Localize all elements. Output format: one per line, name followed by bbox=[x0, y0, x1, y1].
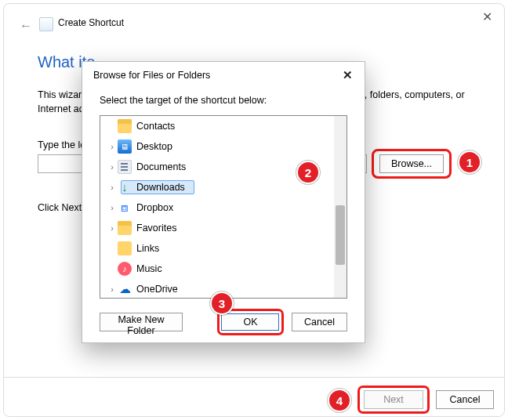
chevron-right-icon[interactable]: › bbox=[107, 203, 118, 212]
annotation-box-next: Next bbox=[357, 386, 430, 414]
window-close-icon[interactable]: ✕ bbox=[477, 6, 497, 27]
documents-icon bbox=[118, 160, 132, 174]
chevron-right-icon[interactable]: › bbox=[107, 142, 118, 151]
chevron-right-icon[interactable]: › bbox=[107, 284, 118, 294]
dialog-cancel-button[interactable]: Cancel bbox=[292, 313, 347, 331]
ok-button[interactable]: OK bbox=[221, 313, 279, 331]
download-icon: ↓ bbox=[118, 179, 132, 194]
tree-item-label: OneDrive bbox=[136, 284, 178, 295]
annotation-badge-2: 2 bbox=[296, 161, 320, 184]
desktop-icon: 🖥 bbox=[118, 139, 132, 154]
tree-item-label: Downloads bbox=[136, 182, 185, 193]
back-icon[interactable]: ← bbox=[17, 17, 34, 34]
location-label: Type the lo bbox=[38, 139, 85, 150]
dropbox-icon: ⧈ bbox=[118, 201, 132, 215]
chevron-right-icon[interactable]: › bbox=[107, 183, 118, 192]
click-next-text: Click Next bbox=[38, 202, 82, 213]
chevron-right-icon[interactable]: › bbox=[107, 162, 118, 172]
tree-item-label: Favorites bbox=[136, 223, 176, 234]
browse-button[interactable]: Browse... bbox=[379, 154, 444, 173]
tree-item-contacts[interactable]: Contacts bbox=[100, 116, 347, 136]
annotation-badge-4: 4 bbox=[328, 389, 351, 412]
folder-icon bbox=[118, 241, 132, 255]
tree-item-links[interactable]: Links bbox=[100, 238, 347, 259]
dialog-instruction: Select the target of the shortcut below: bbox=[100, 95, 267, 106]
chevron-right-icon[interactable]: › bbox=[107, 223, 118, 233]
window-title: Create Shortcut bbox=[58, 17, 124, 28]
tree-item-desktop[interactable]: › 🖥 Desktop bbox=[100, 136, 347, 157]
folder-tree[interactable]: Contacts › 🖥 Desktop › Documents › ↓ Dow… bbox=[100, 115, 347, 299]
folder-icon bbox=[118, 119, 132, 133]
tree-item-favorites[interactable]: › Favorites bbox=[100, 218, 347, 238]
tree-item-music[interactable]: ♪ Music bbox=[100, 259, 347, 279]
onedrive-icon: ☁ bbox=[118, 282, 132, 296]
annotation-box-browse: Browse... bbox=[372, 149, 452, 179]
tree-item-label: Documents bbox=[136, 161, 186, 172]
next-button[interactable]: Next bbox=[364, 390, 423, 409]
tree-item-dropbox[interactable]: › ⧈ Dropbox bbox=[100, 197, 347, 218]
tree-item-label: Links bbox=[136, 243, 159, 254]
annotation-badge-1: 1 bbox=[458, 150, 481, 174]
music-icon: ♪ bbox=[118, 262, 132, 276]
dialog-close-icon[interactable]: ✕ bbox=[336, 66, 358, 85]
shortcut-icon bbox=[39, 17, 53, 31]
dialog-title: Browse for Files or Folders bbox=[93, 70, 210, 81]
tree-item-label: Dropbox bbox=[136, 202, 173, 213]
tree-item-label: Contacts bbox=[136, 121, 175, 132]
wizard-cancel-button[interactable]: Cancel bbox=[436, 390, 494, 409]
folder-icon bbox=[118, 221, 132, 235]
make-new-folder-button[interactable]: Make New Folder bbox=[100, 313, 183, 331]
annotation-badge-3: 3 bbox=[210, 291, 234, 315]
tree-item-label: Music bbox=[136, 263, 162, 274]
tree-item-label: Desktop bbox=[136, 141, 172, 152]
